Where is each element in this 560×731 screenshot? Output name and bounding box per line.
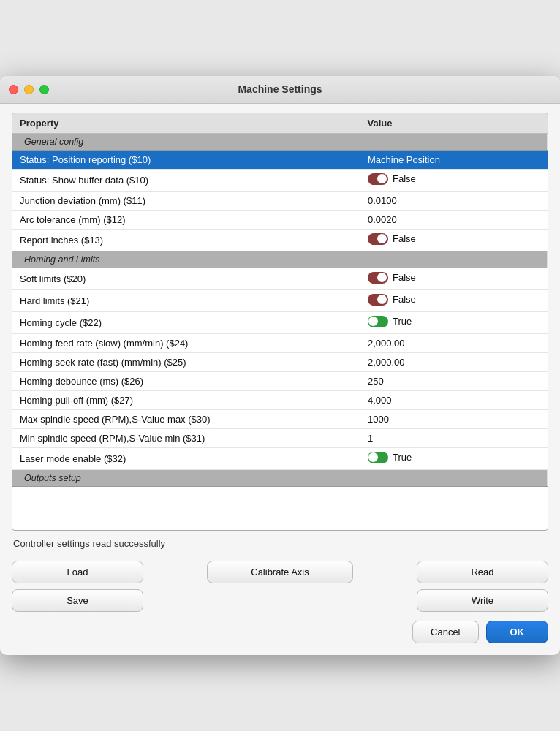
table-row[interactable]: Hard limits ($21)False xyxy=(12,289,548,311)
titlebar: Machine Settings xyxy=(0,76,560,104)
section-header-row: Outputs setup xyxy=(12,469,548,486)
table-row[interactable]: Homing pull-off (mm) ($27)4.000 xyxy=(12,390,548,409)
close-button[interactable] xyxy=(9,85,18,94)
read-button[interactable]: Read xyxy=(417,561,548,583)
traffic-lights xyxy=(9,85,49,94)
status-message: Controller settings read successfully xyxy=(13,538,165,549)
cancel-button[interactable]: Cancel xyxy=(412,621,478,643)
section-header-row: General config xyxy=(12,133,548,150)
settings-table-container: Property Value General configStatus: Pos… xyxy=(12,113,548,531)
table-row[interactable]: Homing debounce (ms) ($26)250 xyxy=(12,371,548,390)
table-row-empty xyxy=(12,486,548,530)
load-button[interactable]: Load xyxy=(12,561,143,583)
write-button[interactable]: Write xyxy=(417,589,548,612)
maximize-button[interactable] xyxy=(39,85,49,94)
content-area: Property Value General configStatus: Pos… xyxy=(0,104,560,656)
table-row[interactable]: Status: Show buffer data ($10)False xyxy=(12,169,548,191)
table-row[interactable]: Min spindle speed (RPM),S-Value min ($31… xyxy=(12,428,548,447)
window-title: Machine Settings xyxy=(238,83,322,95)
calibrate-button[interactable]: Calibrate Axis xyxy=(207,561,353,583)
table-row[interactable]: Status: Position reporting ($10)Machine … xyxy=(12,150,548,169)
col-property-header: Property xyxy=(12,113,360,134)
section-header-row: Homing and Limits xyxy=(12,251,548,268)
table-row[interactable]: Soft limits ($20)False xyxy=(12,268,548,289)
table-row[interactable]: Homing seek rate (fast) (mm/min) ($25)2,… xyxy=(12,352,548,371)
table-row[interactable]: Homing feed rate (slow) (mm/min) ($24)2,… xyxy=(12,333,548,352)
table-row[interactable]: Homing cycle ($22)True xyxy=(12,311,548,333)
table-row[interactable]: Arc tolerance (mm) ($12)0.0020 xyxy=(12,210,548,229)
table-header-row: Property Value xyxy=(12,113,548,134)
minimize-button[interactable] xyxy=(24,85,34,94)
main-window: Machine Settings Property Value General … xyxy=(0,76,560,656)
button-row-1: Load Calibrate Axis Read xyxy=(12,561,548,583)
col-value-header: Value xyxy=(360,113,547,134)
save-button[interactable]: Save xyxy=(12,589,143,612)
table-row[interactable]: Laser mode enable ($32)True xyxy=(12,447,548,469)
status-bar: Controller settings read successfully xyxy=(12,531,548,552)
table-row[interactable]: Report inches ($13)False xyxy=(12,229,548,251)
button-row-3: Cancel OK xyxy=(12,621,548,643)
button-row-2: Save Write xyxy=(12,589,548,612)
table-row[interactable]: Max spindle speed (RPM),S-Value max ($30… xyxy=(12,409,548,428)
settings-table: Property Value General configStatus: Pos… xyxy=(12,113,548,531)
ok-button[interactable]: OK xyxy=(486,621,549,643)
table-row[interactable]: Junction deviation (mm) ($11)0.0100 xyxy=(12,191,548,210)
